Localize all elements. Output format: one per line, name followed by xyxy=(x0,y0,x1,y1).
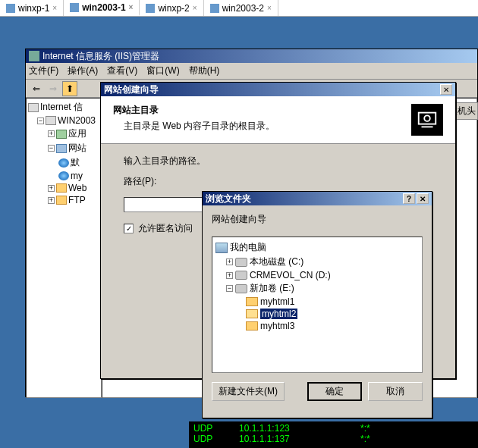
term-foreign-addr: *:* xyxy=(360,434,370,444)
term-protocol: UDP xyxy=(193,423,239,434)
tree-label: Web xyxy=(68,183,86,193)
wizard-icon xyxy=(411,104,443,136)
term-foreign-addr: *:* xyxy=(360,423,370,434)
tree-websites[interactable]: − 网站 xyxy=(28,141,99,155)
tree-web-ext[interactable]: + Web xyxy=(28,182,99,194)
forward-button: ⇒ xyxy=(46,81,61,96)
monitor-icon xyxy=(146,4,155,13)
back-button[interactable]: ⇐ xyxy=(29,81,44,96)
tree-label: 本地磁盘 (C:) xyxy=(250,255,303,268)
browse-title-text: 浏览文件夹 xyxy=(206,193,251,205)
tree-label: FTP xyxy=(68,195,86,205)
vm-tab-win2003-2[interactable]: win2003-2 × xyxy=(204,0,278,16)
svg-rect-0 xyxy=(419,113,436,124)
close-icon[interactable]: × xyxy=(129,3,134,11)
tree-disk-e[interactable]: − 新加卷 (E:) xyxy=(215,281,419,296)
collapse-icon[interactable]: − xyxy=(48,145,55,152)
vm-tab-label: win2003-1 xyxy=(82,2,125,13)
close-button[interactable]: ✕ xyxy=(417,193,429,204)
menu-window[interactable]: 窗口(W) xyxy=(146,64,179,77)
anon-checkbox[interactable]: ✓ xyxy=(124,224,134,233)
iis-tree-panel[interactable]: Internet 信 − WIN2003 + 应用 − 网站 默 xyxy=(26,98,102,398)
tree-label: 新加卷 (E:) xyxy=(250,282,294,295)
vm-tab-label: winxp-1 xyxy=(18,3,49,14)
monitor-icon xyxy=(210,4,219,13)
wizard-subheading: 主目录是 Web 内容子目录的根目录。 xyxy=(113,120,275,133)
menu-action[interactable]: 操作(A) xyxy=(68,64,98,77)
collapse-icon[interactable]: − xyxy=(37,117,44,124)
menu-view[interactable]: 查看(V) xyxy=(107,64,137,77)
tree-folder-myhtml1[interactable]: myhtml1 xyxy=(215,296,419,308)
browse-title-bar[interactable]: 浏览文件夹 ? ✕ xyxy=(203,192,432,205)
tree-app-pools[interactable]: + 应用 xyxy=(28,127,99,141)
tree-disk-d[interactable]: + CRMEVOL_CN (D:) xyxy=(215,269,419,281)
menu-file[interactable]: 文件(F) xyxy=(29,64,58,77)
tree-label: WIN2003 xyxy=(58,115,96,126)
disk-icon xyxy=(235,258,247,267)
tree-site-item[interactable]: my xyxy=(28,170,99,182)
folder-tree[interactable]: 我的电脑 + 本地磁盘 (C:) + CRMEVOL_CN (D:) − 新加卷… xyxy=(212,237,423,373)
tree-disk-c[interactable]: + 本地磁盘 (C:) xyxy=(215,255,419,269)
expand-icon[interactable]: + xyxy=(226,272,233,279)
tree-ftp[interactable]: + FTP xyxy=(28,194,99,206)
browse-prompt: 网站创建向导 xyxy=(212,213,423,226)
help-button[interactable]: ? xyxy=(403,193,415,204)
tree-label: my xyxy=(71,171,83,181)
tree-label: Internet 信 xyxy=(40,101,83,114)
tree-folder-myhtml3[interactable]: myhtml3 xyxy=(215,320,419,332)
expand-icon[interactable]: + xyxy=(48,185,55,192)
globe-icon xyxy=(58,158,69,168)
anon-label: 允许匿名访问 xyxy=(138,222,193,235)
wizard-title-bar[interactable]: 网站创建向导 ✕ xyxy=(101,83,455,96)
folder-open-icon xyxy=(246,309,258,318)
expand-icon[interactable]: + xyxy=(48,197,55,204)
up-button[interactable]: ⬆ xyxy=(62,81,77,96)
close-button[interactable]: ✕ xyxy=(440,84,452,95)
disk-icon xyxy=(235,271,247,280)
vm-tab-winxp-2[interactable]: winxp-2 × xyxy=(140,0,203,16)
cancel-button[interactable]: 取消 xyxy=(368,382,423,401)
vm-tab-label: win2003-2 xyxy=(222,3,264,14)
tree-label: 我的电脑 xyxy=(230,241,266,254)
wizard-intro: 输入主目录的路径。 xyxy=(124,155,432,168)
expand-icon[interactable]: + xyxy=(226,258,233,265)
vm-tab-bar: winxp-1 × win2003-1 × winxp-2 × win2003-… xyxy=(0,0,478,17)
folder-icon xyxy=(56,196,67,205)
close-icon[interactable]: × xyxy=(267,4,272,12)
iis-icon xyxy=(29,51,39,61)
new-folder-button[interactable]: 新建文件夹(M) xyxy=(212,382,285,401)
disk-icon xyxy=(235,284,247,293)
globe-icon xyxy=(58,171,69,180)
menu-bar: 文件(F) 操作(A) 查看(V) 窗口(W) 帮助(H) xyxy=(26,63,477,80)
ok-button[interactable]: 确定 xyxy=(307,382,362,401)
collapse-icon[interactable]: − xyxy=(226,285,233,292)
tree-label: myhtml3 xyxy=(260,321,294,331)
vm-tab-winxp-1[interactable]: winxp-1 × xyxy=(0,0,64,16)
tree-root[interactable]: Internet 信 xyxy=(28,100,99,114)
iis-title-bar[interactable]: Internet 信息服务 (IIS)管理器 xyxy=(26,49,477,63)
tree-label: 应用 xyxy=(68,127,86,140)
close-icon[interactable]: × xyxy=(52,4,57,12)
server-icon xyxy=(28,103,39,112)
tree-label-selected: myhtml2 xyxy=(260,309,297,319)
path-label: 路径(P): xyxy=(124,175,432,188)
term-protocol: UDP xyxy=(193,434,239,444)
expand-icon[interactable]: + xyxy=(48,130,55,137)
computer-icon xyxy=(46,116,56,125)
tree-server[interactable]: − WIN2003 xyxy=(28,114,99,127)
wizard-header: 网站主目录 主目录是 Web 内容子目录的根目录。 xyxy=(101,96,455,144)
vm-tab-win2003-1[interactable]: win2003-1 × xyxy=(64,0,140,16)
command-prompt[interactable]: UDP 10.1.1.1:123 *:* UDP 10.1.1.1:137 *:… xyxy=(189,421,478,448)
vm-tab-label: winxp-2 xyxy=(158,3,189,14)
folder-icon xyxy=(246,321,258,331)
term-local-addr: 10.1.1.1:137 xyxy=(239,434,360,444)
tree-site-item[interactable]: 默 xyxy=(28,155,99,170)
menu-help[interactable]: 帮助(H) xyxy=(189,64,220,77)
close-icon[interactable]: × xyxy=(193,4,197,12)
monitor-icon xyxy=(70,3,79,12)
tree-folder-myhtml2[interactable]: myhtml2 xyxy=(215,308,419,320)
tree-my-computer[interactable]: 我的电脑 xyxy=(215,240,419,255)
wizard-heading: 网站主目录 xyxy=(113,104,275,117)
monitor-icon xyxy=(6,4,15,13)
wizard-title-text: 网站创建向导 xyxy=(104,83,159,96)
